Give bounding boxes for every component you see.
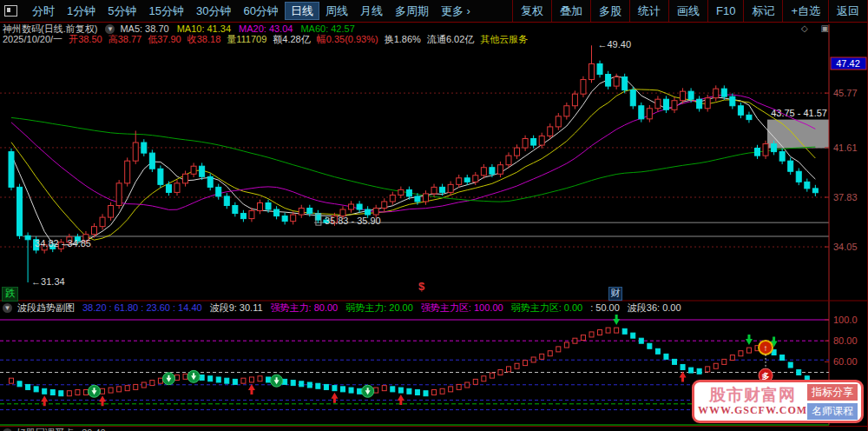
candle-body — [291, 215, 296, 222]
wave-point — [631, 333, 635, 338]
quote-info-row: 2025/10/20/一开38.50高38.77低37.90收38.18量111… — [3, 34, 534, 44]
wave-point — [788, 362, 792, 368]
buy-arrow-icon — [680, 371, 687, 381]
y-axis-label: 37.83 — [833, 192, 858, 202]
wave-point — [407, 388, 411, 394]
wave-point — [424, 391, 428, 396]
sub-axis-label: 60.00 — [833, 356, 858, 367]
candle-body — [464, 178, 470, 182]
candle-body — [390, 195, 395, 202]
wave-point — [639, 338, 643, 343]
indicator-chevron-icon[interactable]: ▼ — [3, 303, 12, 313]
wave-point — [125, 386, 129, 391]
wave-point — [50, 389, 55, 395]
buy-arrow-icon — [41, 395, 48, 406]
candle-body — [25, 235, 30, 240]
wave-point — [581, 335, 585, 341]
indicator-param: 波段趋势副图 — [17, 302, 75, 313]
candle-body — [473, 176, 478, 182]
candle-body — [705, 98, 710, 109]
candle-body — [548, 127, 553, 136]
wave-point — [797, 370, 801, 375]
wave-point — [664, 354, 668, 359]
candle-body — [672, 101, 677, 110]
wave-point — [76, 389, 80, 395]
candle-body — [258, 202, 263, 210]
candle-body — [755, 149, 760, 156]
low-annotation: ←31.34 — [31, 276, 65, 287]
candle-body — [788, 161, 793, 171]
candle-body — [639, 106, 644, 119]
wave-point — [382, 386, 386, 391]
candle-body — [630, 90, 635, 106]
wave-point — [573, 338, 577, 343]
indicator-param: 波段36: 0.00 — [628, 302, 681, 313]
candle-body — [697, 99, 702, 109]
wave-point — [17, 381, 22, 387]
candle-body — [746, 115, 752, 119]
indicator-header: ▼ 波段趋势副图38.20 : 61.80 : 23.60 : 14.40波段9… — [3, 302, 689, 314]
watermark-title: 股市财富网 — [698, 386, 807, 404]
wave-point — [398, 388, 403, 393]
wave-point — [507, 367, 511, 372]
indicator-param: 38.20 : 61.80 : 23.60 : 14.40 — [82, 302, 202, 313]
candle-body — [92, 227, 97, 235]
candle-body — [149, 153, 155, 169]
panel-corner-icons[interactable]: ◇ ▣ — [801, 23, 834, 33]
candle-body — [191, 166, 196, 174]
watermark-badges: 指标分享 名师课程 — [807, 384, 858, 420]
candle-body — [606, 75, 611, 87]
wave-point — [83, 389, 88, 395]
wave-point — [134, 384, 138, 389]
wave-point — [307, 382, 312, 388]
wave-point — [258, 376, 262, 381]
news-marker-badge[interactable]: 财 — [608, 287, 622, 301]
candle-body — [282, 216, 287, 222]
down-arrow-icon — [613, 315, 620, 325]
candle-body — [688, 91, 694, 99]
candle-body — [365, 209, 371, 215]
quote-field: 高38.77 — [108, 33, 142, 46]
wave-point — [523, 361, 528, 366]
wave-point — [540, 354, 544, 359]
wave-point — [415, 389, 419, 395]
wave-point — [374, 388, 378, 393]
candle-body — [539, 136, 544, 145]
wave-point — [598, 330, 602, 335]
candle-body — [772, 144, 777, 152]
candle-body — [166, 184, 171, 192]
candle-body — [523, 139, 528, 149]
candle-body — [805, 182, 810, 189]
wave-point — [589, 332, 594, 337]
wave-point — [332, 386, 337, 391]
candle-body — [763, 144, 768, 156]
wave-point — [622, 328, 627, 334]
wave-point — [706, 367, 710, 372]
candle-body — [108, 206, 114, 218]
quote-field: 2025/10/20/一 — [3, 33, 62, 46]
candle-body — [721, 89, 727, 96]
indicator-param: : 50.00 — [590, 302, 620, 313]
wave-point — [681, 364, 685, 369]
candle-body — [531, 139, 536, 146]
wave-point — [233, 379, 237, 384]
candle-body — [779, 152, 785, 162]
sub-axis-label: 80.00 — [833, 335, 858, 346]
wave-point — [241, 378, 246, 383]
candle-body — [233, 206, 238, 214]
ma20-line — [11, 95, 815, 212]
wave-point — [225, 378, 229, 383]
candle-body — [415, 196, 420, 202]
quote-field: 量111709 — [227, 33, 266, 46]
candle-body — [299, 209, 304, 216]
quote-field: 额4.28亿 — [273, 33, 310, 46]
candle-body — [349, 204, 354, 209]
watermark-badge-1: 指标分享 — [807, 384, 858, 401]
wave-point — [449, 387, 453, 392]
quote-field: 开38.50 — [69, 33, 102, 46]
wave-point — [473, 379, 477, 384]
wave-point — [465, 382, 470, 388]
wave-point — [746, 348, 751, 353]
candle-body — [357, 204, 362, 209]
next-indicator-row[interactable]: ▼ 好股回调买点 : 39.40 — [0, 426, 867, 431]
